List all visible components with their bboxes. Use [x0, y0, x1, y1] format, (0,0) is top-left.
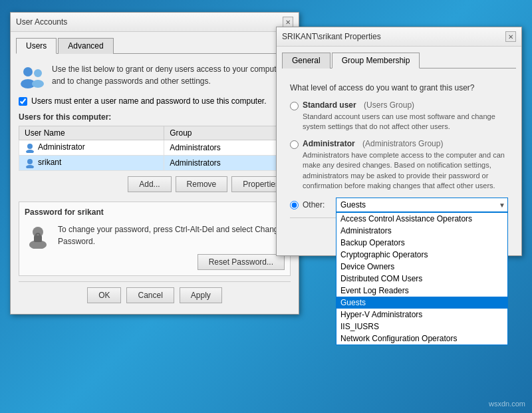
remove-button[interactable]: Remove — [176, 176, 228, 192]
properties-titlebar: SRIKANT\srikant Properties ✕ — [277, 27, 521, 47]
col-username: User Name — [19, 126, 164, 140]
ok-button[interactable]: OK — [87, 287, 121, 303]
user-group-cell: Administrators — [164, 140, 291, 156]
administrator-label-block: Administrator (Administrators Group) Adm… — [303, 139, 508, 192]
ua-header: Use the list below to grant or deny user… — [19, 63, 291, 90]
dropdown-arrow-icon: ▼ — [499, 202, 505, 209]
dropdown-item[interactable]: Cryptographic Operators — [336, 249, 507, 261]
administrator-desc: Administrators have complete access to t… — [303, 150, 508, 192]
properties-window: SRIKANT\srikant Properties ✕ General Gro… — [276, 27, 522, 256]
dropdown-item[interactable]: Access Control Assistance Operators — [336, 213, 507, 225]
user-accounts-title: User Accounts — [16, 17, 67, 27]
checkbox-label: Users must enter a user name and passwor… — [31, 96, 267, 106]
apply-button[interactable]: Apply — [180, 287, 222, 303]
add-button[interactable]: Add... — [128, 176, 171, 192]
checkbox-row: Users must enter a user name and passwor… — [19, 96, 291, 106]
administrator-radio[interactable] — [290, 140, 299, 149]
password-section: Password for srikant To change your pass… — [19, 202, 291, 276]
watermark: wsxdn.com — [489, 400, 525, 408]
properties-tabs: General Group Membership — [282, 52, 516, 69]
dropdown-item[interactable]: Performance Log Users — [336, 344, 507, 345]
tab-users[interactable]: Users — [16, 38, 57, 54]
standard-user-radio[interactable] — [290, 102, 299, 110]
must-enter-password-checkbox[interactable] — [19, 97, 27, 106]
properties-close-button[interactable]: ✕ — [505, 31, 516, 42]
dropdown-item[interactable]: IIS_IUSRS — [336, 321, 507, 333]
other-option-row: Other: Guests ▼ Access Control Assistanc… — [290, 198, 508, 212]
user-accounts-titlebar: User Accounts ✕ — [11, 13, 299, 32]
tab-group-membership[interactable]: Group Membership — [332, 53, 420, 69]
cancel-button[interactable]: Cancel — [126, 287, 174, 303]
user-accounts-window: User Accounts ✕ Users Advanced Use the l… — [10, 12, 299, 315]
table-row[interactable]: srikant Administrators — [19, 156, 291, 171]
dropdown-item[interactable]: Event Log Readers — [336, 285, 507, 297]
svg-point-0 — [23, 67, 33, 76]
user-name-cell: srikant — [19, 156, 164, 171]
ua-body: Use the list below to grant or deny user… — [16, 61, 293, 309]
ua-icon — [19, 63, 45, 90]
administrator-option: Administrator (Administrators Group) Adm… — [290, 139, 508, 192]
properties-title: SRIKANT\srikant Properties — [282, 32, 381, 41]
user-table: User Name Group Administrator Administra… — [19, 126, 291, 171]
ok-cancel-row: OK Cancel Apply — [19, 281, 291, 306]
password-text: To change your password, press Ctrl-Alt-… — [58, 223, 285, 247]
svg-point-7 — [26, 165, 34, 168]
group-dropdown-button[interactable]: Guests ▼ — [336, 198, 508, 212]
standard-user-option: Standard user (Users Group) Standard acc… — [290, 100, 508, 132]
standard-user-desc: Standard account users can use most soft… — [303, 112, 508, 132]
dropdown-item[interactable]: Distributed COM Users — [336, 273, 507, 285]
password-btn-row: Reset Password... — [25, 254, 285, 270]
tab-general[interactable]: General — [282, 53, 331, 69]
standard-user-group-type: (Users Group) — [364, 100, 414, 110]
dropdown-item[interactable]: Network Configuration Operators — [336, 333, 507, 344]
administrator-name: Administrator — [303, 139, 355, 148]
dropdown-item[interactable]: Hyper-V Administrators — [336, 309, 507, 321]
administrator-group-type: (Administrators Group) — [362, 139, 443, 148]
users-section-label: Users for this computer: — [19, 112, 291, 122]
standard-user-name: Standard user — [303, 100, 356, 110]
svg-point-3 — [32, 80, 44, 88]
tab-advanced[interactable]: Advanced — [58, 38, 113, 54]
other-label: Other: — [303, 200, 329, 209]
user-accounts-tabs: Users Advanced — [16, 37, 293, 54]
dropdown-item-guests[interactable]: Guests — [336, 297, 507, 309]
user-accounts-content: Users Advanced Use the list below to gra… — [11, 32, 299, 314]
user-buttons-row: Add... Remove Properties — [19, 176, 291, 192]
group-dropdown-list: Access Control Assistance Operators Admi… — [336, 212, 508, 345]
standard-user-label: Standard user (Users Group) — [303, 100, 508, 110]
other-radio[interactable] — [290, 201, 299, 209]
properties-content: General Group Membership What level of a… — [277, 47, 521, 255]
group-dropdown-container: Guests ▼ Access Control Assistance Opera… — [336, 198, 508, 212]
password-icon — [25, 222, 51, 249]
reset-password-button[interactable]: Reset Password... — [198, 254, 285, 270]
table-row[interactable]: Administrator Administrators — [19, 140, 291, 156]
svg-point-6 — [27, 159, 33, 164]
user-name-cell: Administrator — [19, 140, 164, 156]
password-header: Password for srikant — [25, 207, 285, 217]
prop-question: What level of access do you want to gran… — [290, 83, 508, 92]
svg-point-5 — [26, 150, 34, 153]
dropdown-selected-value: Guests — [340, 200, 366, 209]
administrator-label: Administrator (Administrators Group) — [303, 139, 508, 148]
standard-user-label-block: Standard user (Users Group) Standard acc… — [303, 100, 508, 132]
user-accounts-close-button[interactable]: ✕ — [283, 17, 293, 27]
ua-description: Use the list below to grant or deny user… — [52, 63, 291, 87]
dropdown-item[interactable]: Backup Operators — [336, 237, 507, 249]
dropdown-item[interactable]: Administrators — [336, 225, 507, 237]
dropdown-item[interactable]: Device Owners — [336, 261, 507, 273]
prop-body: What level of access do you want to gran… — [282, 75, 516, 250]
user-group-cell: Administrators — [164, 156, 291, 171]
col-group: Group — [164, 126, 291, 140]
svg-point-2 — [34, 69, 42, 77]
svg-point-4 — [27, 144, 33, 149]
password-body: To change your password, press Ctrl-Alt-… — [25, 222, 285, 249]
